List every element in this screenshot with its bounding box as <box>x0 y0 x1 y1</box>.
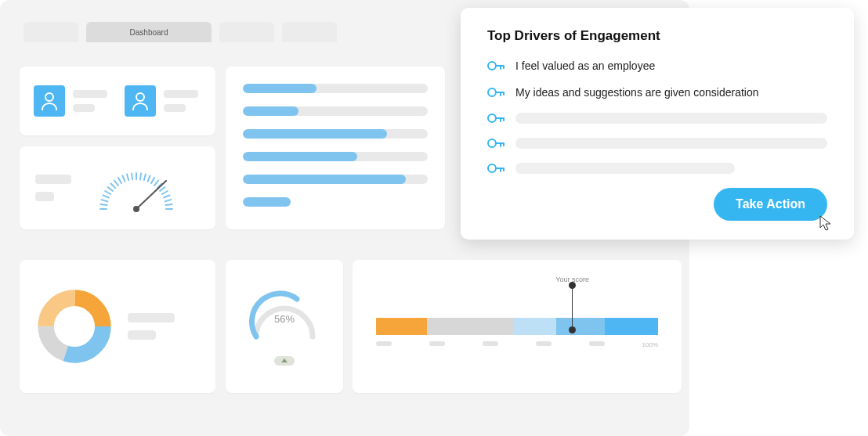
bar-row <box>243 129 428 139</box>
key-icon <box>487 138 505 149</box>
svg-line-27 <box>136 181 166 209</box>
driver-text: My ideas and suggestions are given consi… <box>515 86 759 99</box>
svg-line-7 <box>108 187 113 191</box>
svg-point-36 <box>488 139 496 147</box>
svg-point-33 <box>488 62 496 70</box>
svg-line-19 <box>154 181 158 186</box>
tab-dashboard[interactable]: Dashboard <box>86 22 212 42</box>
distribution-end-label: 100% <box>642 341 658 348</box>
driver-placeholder <box>515 163 735 174</box>
card-gauge: 56% <box>226 260 343 393</box>
svg-line-15 <box>140 173 141 179</box>
tab-strip: Dashboard <box>24 22 337 42</box>
tab-placeholder[interactable] <box>24 22 78 42</box>
gauge-value: 56% <box>274 313 295 325</box>
driver-text: I feel valued as an employee <box>515 59 655 72</box>
driver-row <box>487 138 827 149</box>
take-action-button[interactable]: Take Action <box>714 188 827 221</box>
driver-row <box>487 163 827 174</box>
gauge-trend-icon <box>274 356 295 366</box>
text-placeholder <box>35 175 71 184</box>
tab-placeholder[interactable] <box>282 22 337 42</box>
svg-line-4 <box>102 200 108 201</box>
svg-point-37 <box>488 164 496 172</box>
tab-label: Dashboard <box>130 28 168 37</box>
svg-line-23 <box>164 195 169 197</box>
driver-placeholder <box>515 113 827 124</box>
svg-line-22 <box>162 191 168 194</box>
svg-line-13 <box>132 173 132 179</box>
person-icon <box>125 85 156 117</box>
svg-point-1 <box>136 93 144 101</box>
svg-line-11 <box>122 176 125 182</box>
svg-point-28 <box>133 206 139 212</box>
text-placeholder <box>35 192 54 201</box>
svg-line-8 <box>110 183 115 188</box>
distribution-ticks: 100% <box>376 341 658 348</box>
bar-row <box>243 84 428 93</box>
card-bars <box>226 67 445 229</box>
person-tile <box>34 79 107 123</box>
svg-line-10 <box>118 178 121 183</box>
card-donut <box>20 260 215 393</box>
text-placeholder <box>128 313 175 322</box>
svg-line-5 <box>103 195 109 197</box>
bar-row <box>243 175 428 184</box>
text-placeholder <box>73 104 95 112</box>
key-icon <box>487 163 505 174</box>
bar-row <box>243 152 428 161</box>
popover-title: Top Drivers of Engagement <box>487 28 827 44</box>
dial-icon <box>85 154 187 222</box>
svg-line-18 <box>151 178 154 183</box>
card-people <box>20 67 215 135</box>
key-icon <box>487 113 505 124</box>
drivers-popover: Top Drivers of Engagement I feel valued … <box>461 8 854 240</box>
svg-point-34 <box>488 88 496 96</box>
svg-line-6 <box>105 191 110 194</box>
card-distribution: Your score 100% <box>353 260 682 393</box>
donut-chart-icon <box>37 289 112 364</box>
score-marker: Your score <box>555 276 589 330</box>
text-placeholder <box>164 90 198 98</box>
svg-line-17 <box>148 176 150 182</box>
distribution-bar <box>376 318 658 335</box>
key-icon <box>487 60 505 71</box>
svg-line-24 <box>165 200 172 201</box>
card-dial <box>20 146 215 229</box>
driver-row: I feel valued as an employee <box>487 59 827 72</box>
driver-row <box>487 113 827 124</box>
text-placeholder <box>73 90 107 98</box>
svg-line-21 <box>160 187 165 191</box>
svg-line-12 <box>127 175 128 181</box>
bar-row <box>243 197 428 207</box>
svg-line-9 <box>114 181 118 186</box>
tab-placeholder[interactable] <box>219 22 274 42</box>
svg-line-25 <box>166 204 172 205</box>
svg-line-16 <box>144 175 146 181</box>
key-icon <box>487 87 505 98</box>
bar-row <box>243 106 428 116</box>
cursor-icon <box>818 214 834 232</box>
text-placeholder <box>128 330 156 340</box>
person-icon <box>34 85 65 117</box>
svg-point-35 <box>488 114 496 122</box>
driver-row: My ideas and suggestions are given consi… <box>487 86 827 99</box>
svg-line-3 <box>100 204 107 205</box>
svg-point-0 <box>45 93 53 101</box>
text-placeholder <box>164 104 186 112</box>
person-tile <box>125 79 198 123</box>
driver-placeholder <box>515 138 827 149</box>
